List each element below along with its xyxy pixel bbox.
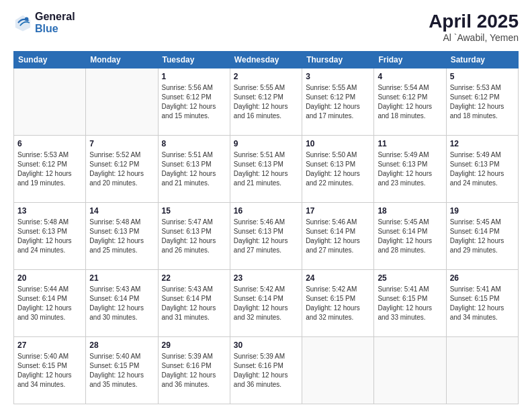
- day-number: 3: [306, 71, 370, 83]
- day-info-line: Sunset: 6:14 PM: [234, 294, 298, 304]
- day-cell-w2-d4: 10Sunrise: 5:50 AMSunset: 6:13 PMDayligh…: [302, 136, 374, 203]
- day-info-line: Daylight: 12 hours and 17 minutes.: [306, 102, 370, 121]
- day-cell-w1-d3: 2Sunrise: 5:55 AMSunset: 6:12 PMDaylight…: [230, 68, 302, 136]
- week-row-1: 1Sunrise: 5:56 AMSunset: 6:12 PMDaylight…: [14, 68, 519, 136]
- day-info-line: Sunrise: 5:50 AM: [306, 150, 370, 160]
- day-cell-w2-d6: 12Sunrise: 5:49 AMSunset: 6:13 PMDayligh…: [446, 136, 518, 203]
- day-info-line: Sunrise: 5:42 AM: [234, 285, 298, 294]
- day-info-line: Sunrise: 5:56 AM: [162, 83, 226, 93]
- day-cell-w4-d6: 26Sunrise: 5:41 AMSunset: 6:15 PMDayligh…: [446, 270, 518, 337]
- day-info-line: Sunset: 6:12 PM: [378, 93, 442, 102]
- day-cell-w4-d5: 25Sunrise: 5:41 AMSunset: 6:15 PMDayligh…: [374, 270, 446, 337]
- day-info-line: Daylight: 12 hours and 27 minutes.: [306, 236, 370, 255]
- day-info-line: Sunrise: 5:41 AM: [450, 285, 515, 294]
- day-cell-w4-d0: 20Sunrise: 5:44 AMSunset: 6:14 PMDayligh…: [14, 270, 86, 337]
- day-info-line: Sunset: 6:13 PM: [378, 160, 442, 169]
- day-cell-w5-d4: [302, 337, 374, 404]
- day-info-line: Daylight: 12 hours and 33 minutes.: [378, 304, 442, 322]
- day-info-line: Daylight: 12 hours and 34 minutes.: [17, 371, 82, 390]
- day-info-line: Sunrise: 5:51 AM: [234, 150, 298, 160]
- day-info-line: Sunrise: 5:46 AM: [234, 218, 298, 227]
- day-cell-w1-d0: [14, 68, 86, 136]
- col-monday: Monday: [86, 52, 158, 68]
- title-block: April 2025 Al `Awabil, Yemen: [429, 11, 519, 43]
- day-cell-w1-d4: 3Sunrise: 5:55 AMSunset: 6:12 PMDaylight…: [302, 68, 374, 136]
- day-info-line: Sunset: 6:12 PM: [162, 93, 226, 102]
- day-info-line: Sunrise: 5:39 AM: [162, 352, 226, 361]
- day-number: 13: [17, 205, 82, 217]
- day-number: 23: [234, 273, 298, 284]
- header-row: Sunday Monday Tuesday Wednesday Thursday…: [14, 52, 519, 68]
- day-info-line: Daylight: 12 hours and 36 minutes.: [162, 371, 226, 390]
- day-info-line: Sunrise: 5:42 AM: [306, 285, 370, 294]
- day-info-line: Sunrise: 5:40 AM: [17, 352, 82, 361]
- day-number: 18: [378, 205, 442, 217]
- day-info-line: Daylight: 12 hours and 27 minutes.: [234, 236, 298, 255]
- logo-icon: [13, 13, 32, 32]
- day-info-line: Daylight: 12 hours and 21 minutes.: [234, 169, 298, 188]
- day-info-line: Sunset: 6:13 PM: [234, 160, 298, 169]
- day-cell-w1-d1: [86, 68, 158, 136]
- day-cell-w5-d0: 27Sunrise: 5:40 AMSunset: 6:15 PMDayligh…: [14, 337, 86, 404]
- calendar-header: Sunday Monday Tuesday Wednesday Thursday…: [14, 52, 519, 68]
- day-number: 9: [234, 138, 298, 150]
- day-number: 21: [89, 273, 154, 284]
- day-info-line: Sunset: 6:14 PM: [378, 227, 442, 236]
- day-info-line: Sunrise: 5:49 AM: [450, 150, 515, 160]
- day-cell-w4-d4: 24Sunrise: 5:42 AMSunset: 6:15 PMDayligh…: [302, 270, 374, 337]
- week-row-4: 20Sunrise: 5:44 AMSunset: 6:14 PMDayligh…: [14, 270, 519, 337]
- day-cell-w5-d1: 28Sunrise: 5:40 AMSunset: 6:15 PMDayligh…: [86, 337, 158, 404]
- day-number: 26: [450, 273, 515, 284]
- day-info-line: Sunrise: 5:43 AM: [162, 285, 226, 294]
- day-info-line: Daylight: 12 hours and 25 minutes.: [89, 236, 154, 255]
- day-number: 15: [162, 205, 226, 217]
- day-info-line: Daylight: 12 hours and 32 minutes.: [234, 304, 298, 322]
- day-info-line: Sunset: 6:12 PM: [89, 160, 154, 169]
- day-info-line: Daylight: 12 hours and 30 minutes.: [89, 304, 154, 322]
- day-info-line: Sunrise: 5:39 AM: [234, 352, 298, 361]
- logo-general-text: General: [35, 11, 75, 23]
- day-number: 30: [234, 340, 298, 351]
- week-row-2: 6Sunrise: 5:53 AMSunset: 6:12 PMDaylight…: [14, 136, 519, 203]
- day-cell-w3-d5: 18Sunrise: 5:45 AMSunset: 6:14 PMDayligh…: [374, 203, 446, 270]
- day-cell-w4-d2: 22Sunrise: 5:43 AMSunset: 6:14 PMDayligh…: [158, 270, 230, 337]
- day-info-line: Sunset: 6:15 PM: [89, 361, 154, 371]
- week-row-5: 27Sunrise: 5:40 AMSunset: 6:15 PMDayligh…: [14, 337, 519, 404]
- day-number: 11: [378, 138, 442, 150]
- day-info-line: Daylight: 12 hours and 32 minutes.: [306, 304, 370, 322]
- day-info-line: Sunrise: 5:45 AM: [378, 218, 442, 227]
- day-cell-w4-d3: 23Sunrise: 5:42 AMSunset: 6:14 PMDayligh…: [230, 270, 302, 337]
- day-info-line: Sunset: 6:12 PM: [306, 93, 370, 102]
- day-info-line: Sunset: 6:15 PM: [378, 294, 442, 304]
- day-info-line: Sunset: 6:14 PM: [89, 294, 154, 304]
- day-number: 10: [306, 138, 370, 150]
- day-number: 22: [162, 273, 226, 284]
- col-wednesday: Wednesday: [230, 52, 302, 68]
- day-info-line: Sunset: 6:13 PM: [306, 160, 370, 169]
- day-info-line: Daylight: 12 hours and 20 minutes.: [89, 169, 154, 188]
- day-info-line: Sunset: 6:13 PM: [17, 227, 82, 236]
- day-number: 28: [89, 340, 154, 351]
- day-info-line: Sunset: 6:16 PM: [234, 361, 298, 371]
- day-cell-w1-d6: 5Sunrise: 5:53 AMSunset: 6:12 PMDaylight…: [446, 68, 518, 136]
- day-info-line: Sunset: 6:13 PM: [162, 160, 226, 169]
- day-info-line: Sunset: 6:12 PM: [234, 93, 298, 102]
- day-info-line: Sunset: 6:14 PM: [17, 294, 82, 304]
- day-info-line: Sunrise: 5:45 AM: [450, 218, 515, 227]
- day-info-line: Sunset: 6:14 PM: [306, 227, 370, 236]
- day-info-line: Sunrise: 5:55 AM: [306, 83, 370, 93]
- day-info-line: Sunset: 6:15 PM: [450, 294, 515, 304]
- day-info-line: Sunrise: 5:51 AM: [162, 150, 226, 160]
- day-info-line: Daylight: 12 hours and 30 minutes.: [17, 304, 82, 322]
- day-number: 24: [306, 273, 370, 284]
- day-info-line: Daylight: 12 hours and 24 minutes.: [17, 236, 82, 255]
- day-info-line: Daylight: 12 hours and 36 minutes.: [234, 371, 298, 390]
- day-info-line: Sunset: 6:12 PM: [450, 93, 515, 102]
- day-info-line: Sunrise: 5:40 AM: [89, 352, 154, 361]
- day-number: 6: [17, 138, 82, 150]
- day-info-line: Daylight: 12 hours and 34 minutes.: [450, 304, 515, 322]
- day-number: 27: [17, 340, 82, 351]
- day-cell-w2-d2: 8Sunrise: 5:51 AMSunset: 6:13 PMDaylight…: [158, 136, 230, 203]
- day-number: 5: [450, 71, 515, 83]
- day-info-line: Sunset: 6:12 PM: [17, 160, 82, 169]
